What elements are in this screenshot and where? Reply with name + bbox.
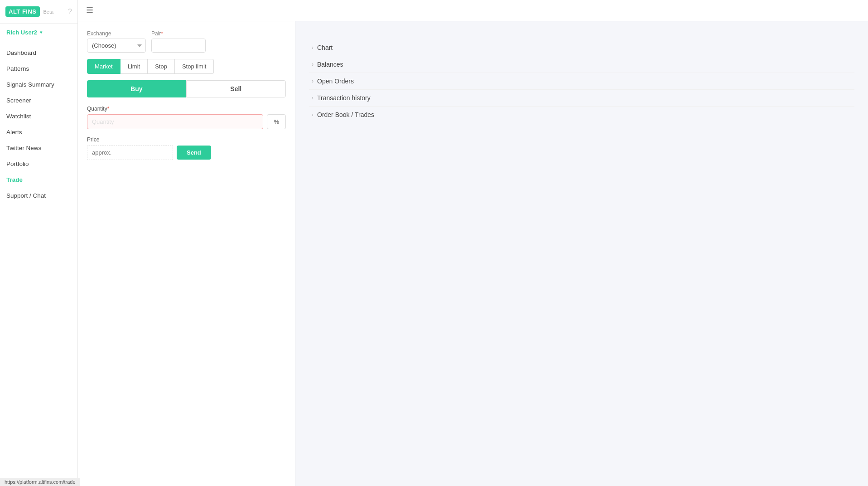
sidebar-item-patterns[interactable]: Patterns	[0, 61, 77, 77]
exchange-label: Exchange	[87, 30, 146, 37]
quantity-row: %	[87, 114, 286, 129]
sidebar-item-trade[interactable]: Trade	[0, 172, 77, 188]
order-type-row: Market Limit Stop Stop limit	[87, 59, 286, 74]
sidebar: ALT FINS Beta ? Rich User2 ▾ Dashboard P…	[0, 0, 78, 486]
pair-group: Pair*	[151, 30, 206, 53]
order-type-limit[interactable]: Limit	[121, 59, 148, 74]
right-link-balances-label: Balances	[317, 61, 343, 68]
order-type-stop-limit[interactable]: Stop limit	[175, 59, 214, 74]
nav-menu: Dashboard Patterns Signals Summary Scree…	[0, 41, 77, 486]
quantity-section: Quantity* %	[87, 106, 286, 129]
chevron-right-icon: ›	[312, 78, 313, 84]
pair-required: *	[161, 30, 163, 37]
chevron-down-icon: ▾	[40, 29, 43, 35]
chevron-right-icon: ›	[312, 112, 313, 118]
exchange-group: Exchange (Choose)	[87, 30, 146, 53]
chevron-right-icon: ›	[312, 95, 313, 101]
user-name: Rich User2	[6, 29, 37, 36]
sidebar-item-support-chat[interactable]: Support / Chat	[0, 188, 77, 204]
order-type-stop[interactable]: Stop	[148, 59, 175, 74]
topbar: ☰	[78, 0, 868, 21]
exchange-select[interactable]: (Choose)	[87, 39, 146, 53]
buy-button[interactable]: Buy	[87, 80, 186, 97]
trade-panel: Exchange (Choose) Pair* Market Limit Sto…	[78, 21, 295, 486]
chevron-right-icon: ›	[312, 61, 313, 68]
right-link-transaction-history-label: Transaction history	[317, 94, 371, 102]
quantity-input[interactable]	[87, 114, 263, 129]
sidebar-item-signals-summary[interactable]: Signals Summary	[0, 77, 77, 92]
chevron-right-icon: ›	[312, 44, 313, 51]
quantity-required: *	[107, 106, 110, 112]
main-content: ☰ Exchange (Choose) Pair*	[78, 0, 868, 486]
status-url: https://platform.altfins.com/trade	[5, 479, 76, 485]
sell-button[interactable]: Sell	[186, 80, 286, 97]
right-link-chart-label: Chart	[317, 44, 333, 51]
exchange-pair-row: Exchange (Choose) Pair*	[87, 30, 286, 53]
user-section[interactable]: Rich User2 ▾	[0, 24, 77, 41]
sidebar-item-portfolio[interactable]: Portfolio	[0, 156, 77, 172]
sidebar-item-screener[interactable]: Screener	[0, 92, 77, 108]
right-panel: › Chart › Balances › Open Orders › Trans…	[295, 21, 868, 486]
beta-badge: Beta	[43, 9, 54, 15]
status-bar: https://platform.altfins.com/trade	[0, 478, 80, 486]
right-link-open-orders[interactable]: › Open Orders	[309, 73, 854, 90]
pair-input[interactable]	[151, 39, 206, 53]
right-link-balances[interactable]: › Balances	[309, 56, 854, 73]
hamburger-icon[interactable]: ☰	[86, 5, 93, 15]
price-label: Price	[87, 136, 286, 143]
price-row: Send	[87, 145, 286, 160]
right-link-order-book-label: Order Book / Trades	[317, 111, 374, 118]
logo-area: ALT FINS Beta ?	[0, 0, 77, 24]
pair-label: Pair*	[151, 30, 206, 37]
help-icon[interactable]: ?	[68, 8, 72, 16]
buy-sell-row: Buy Sell	[87, 80, 286, 97]
sidebar-item-dashboard[interactable]: Dashboard	[0, 45, 77, 61]
right-links: › Chart › Balances › Open Orders › Trans…	[304, 30, 859, 132]
right-link-transaction-history[interactable]: › Transaction history	[309, 90, 854, 107]
sidebar-item-alerts[interactable]: Alerts	[0, 124, 77, 140]
percent-button[interactable]: %	[267, 114, 286, 129]
content-area: Exchange (Choose) Pair* Market Limit Sto…	[78, 21, 868, 486]
order-type-market[interactable]: Market	[87, 59, 121, 74]
price-section: Price Send	[87, 136, 286, 160]
logo-box: ALT FINS	[5, 6, 40, 17]
sidebar-item-watchlist[interactable]: Watchlist	[0, 108, 77, 124]
right-link-order-book[interactable]: › Order Book / Trades	[309, 107, 854, 123]
right-link-chart[interactable]: › Chart	[309, 39, 854, 56]
sidebar-item-twitter-news[interactable]: Twitter News	[0, 140, 77, 156]
send-button[interactable]: Send	[177, 146, 211, 160]
right-link-open-orders-label: Open Orders	[317, 78, 354, 85]
quantity-label: Quantity*	[87, 106, 286, 112]
price-input[interactable]	[87, 145, 173, 160]
